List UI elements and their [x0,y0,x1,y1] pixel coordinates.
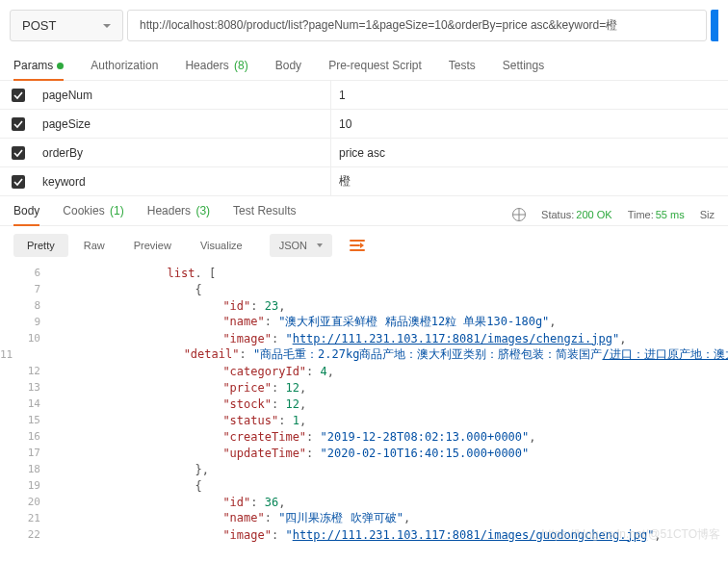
line-number: 22 [17,528,44,541]
param-value[interactable]: 橙 [330,167,728,195]
code-line: 14 "stock": 12, [0,396,728,412]
resp-tab-testresults[interactable]: Test Results [233,204,296,225]
line-number: 8 [17,299,44,312]
line-number: 19 [17,479,44,492]
size-label: Siz [700,209,715,220]
tab-settings[interactable]: Settings [503,59,544,80]
response-tabs-bar: Body Cookies (1) Headers (3) Test Result… [0,196,728,226]
tab-headers[interactable]: Headers (8) [185,59,247,80]
param-key[interactable]: keyword [37,175,330,189]
view-preview[interactable]: Preview [120,234,185,257]
param-row[interactable]: pageNum 1 [0,81,728,110]
line-number: 11 [0,348,16,361]
line-number: 12 [17,365,44,377]
wrap-lines-icon[interactable] [350,239,365,252]
code-line: 10 "image": "http://111.231.103.117:8081… [0,330,728,346]
line-number: 21 [17,512,44,524]
chevron-down-icon [103,24,111,28]
line-number: 16 [17,430,44,443]
param-row[interactable]: keyword 橙 [0,167,728,196]
tab-authorization[interactable]: Authorization [91,59,158,80]
code-line: 7 { [0,281,728,297]
method-select[interactable]: POST [10,10,123,41]
param-key[interactable]: pageNum [37,89,330,102]
line-number: 13 [17,381,44,394]
view-raw[interactable]: Raw [70,234,118,257]
param-key[interactable]: orderBy [37,146,330,160]
response-body-code[interactable]: 6 list. [7 {8 "id": 23,9 "name": "澳大利亚直采… [0,265,728,547]
checkbox-icon[interactable] [12,146,25,160]
code-line: 15 "status": 1, [0,412,728,428]
line-number: 18 [17,463,44,475]
code-line: 11 "detail": "商品毛重：2.27kg商品产地：澳大利亚类别：脐橙包… [0,346,728,363]
request-bar: POST [0,0,728,47]
chevron-down-icon [317,243,323,247]
code-line: 13 "price": 12, [0,379,728,396]
method-value: POST [22,18,56,33]
globe-icon[interactable] [512,208,526,221]
line-number: 15 [17,414,44,426]
params-table: pageNum 1 pageSize 10 orderBy price asc … [0,81,728,196]
resp-tab-body[interactable]: Body [13,204,39,225]
checkbox-icon[interactable] [12,89,25,102]
resp-tab-headers[interactable]: Headers (3) [147,204,210,225]
tab-prerequest[interactable]: Pre-request Script [328,59,422,80]
code-line: 21 "name": "四川果冻橙 吹弹可破", [0,510,728,526]
watermark: https://blog.csdn.net/@51CTO博客 [542,526,720,543]
view-visualize[interactable]: Visualize [187,234,256,257]
format-select[interactable]: JSON [270,234,332,257]
status-label: Status:200 OK [541,209,612,220]
code-line: 6 list. [ [0,265,728,281]
param-row[interactable]: orderBy price asc [0,139,728,167]
time-label: Time:55 ms [628,209,685,220]
checkbox-icon[interactable] [12,117,25,131]
param-value[interactable]: 1 [330,81,728,109]
tab-body[interactable]: Body [275,59,301,80]
line-number: 7 [17,283,44,295]
view-pretty[interactable]: Pretty [13,234,68,257]
checkbox-icon[interactable] [12,175,25,189]
param-row[interactable]: pageSize 10 [0,110,728,139]
code-line: 20 "id": 36, [0,494,728,510]
code-line: 18 }, [0,461,728,477]
line-number: 6 [17,267,44,279]
param-value[interactable]: 10 [330,110,728,138]
line-number: 17 [17,447,44,459]
param-key[interactable]: pageSize [37,117,330,131]
resp-tab-cookies[interactable]: Cookies (1) [63,204,123,225]
line-number: 9 [17,316,44,328]
line-number: 14 [17,397,44,410]
param-value[interactable]: price asc [330,139,728,166]
params-active-dot [57,63,64,69]
code-line: 12 "categoryId": 4, [0,363,728,379]
url-input[interactable] [127,10,707,41]
tab-tests[interactable]: Tests [449,59,476,80]
line-number: 10 [17,332,44,345]
request-tabs: Params Authorization Headers (8) Body Pr… [0,47,728,81]
response-meta: Status:200 OK Time:55 ms Siz [512,208,715,221]
code-line: 8 "id": 23, [0,297,728,314]
code-line: 9 "name": "澳大利亚直采鲜橙 精品澳橙12粒 单果130-180g", [0,314,728,330]
code-line: 17 "updateTime": "2020-02-10T16:40:15.00… [0,445,728,461]
view-bar: Pretty Raw Preview Visualize JSON [0,226,728,265]
code-line: 16 "createTime": "2019-12-28T08:02:13.00… [0,428,728,445]
send-button[interactable] [711,10,718,41]
tab-params[interactable]: Params [13,59,64,80]
code-line: 19 { [0,477,728,494]
line-number: 20 [17,496,44,508]
